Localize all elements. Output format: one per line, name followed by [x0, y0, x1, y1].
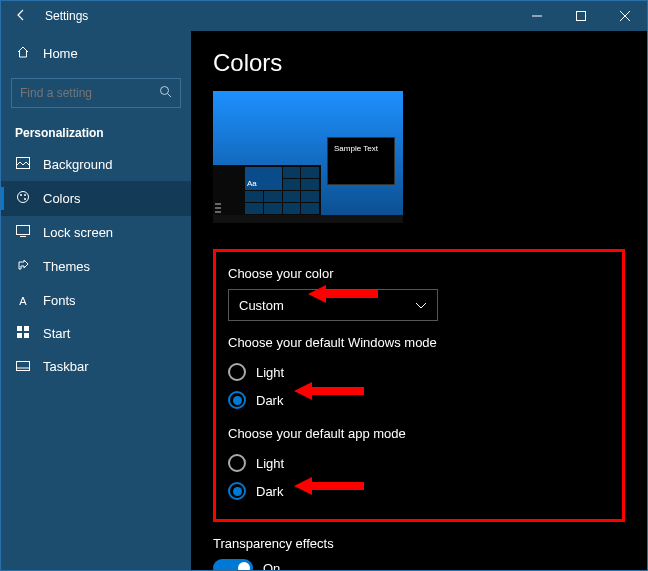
svg-marker-17 [308, 285, 378, 303]
nav-label: Start [43, 326, 70, 341]
start-icon [15, 326, 31, 341]
transparency-toggle-row: On [213, 559, 625, 570]
nav-label: Fonts [43, 293, 76, 308]
nav-label: Colors [43, 191, 81, 206]
annotation-arrow [308, 282, 378, 306]
svg-rect-12 [24, 326, 29, 331]
search-icon [159, 85, 172, 101]
back-button[interactable] [1, 8, 41, 25]
app-mode-group: Light Dark [228, 449, 610, 505]
content-area: Colors Sample Text Aa Choose your color … [191, 31, 647, 570]
app-mode-label: Choose your default app mode [228, 426, 610, 441]
taskbar-icon [15, 359, 31, 374]
windows-mode-label: Choose your default Windows mode [228, 335, 610, 350]
nav-background[interactable]: Background [1, 148, 191, 181]
svg-point-7 [24, 194, 26, 196]
nav-label: Taskbar [43, 359, 89, 374]
radio-icon [228, 391, 246, 409]
svg-rect-15 [17, 362, 30, 371]
nav-lockscreen[interactable]: Lock screen [1, 216, 191, 249]
transparency-toggle[interactable] [213, 559, 253, 570]
svg-rect-14 [24, 333, 29, 338]
choose-color-label: Choose your color [228, 266, 610, 281]
desktop-preview: Sample Text Aa [213, 91, 403, 223]
settings-window: Settings Home Personalization Background… [0, 0, 648, 571]
dropdown-value: Custom [239, 298, 284, 313]
svg-rect-11 [17, 326, 22, 331]
windows-mode-dark[interactable]: Dark [228, 386, 610, 414]
maximize-button[interactable] [559, 1, 603, 31]
chevron-down-icon [415, 298, 427, 313]
app-mode-light[interactable]: Light [228, 449, 610, 477]
nav-themes[interactable]: Themes [1, 249, 191, 284]
search-box[interactable] [11, 78, 181, 108]
radio-icon [228, 454, 246, 472]
nav-label: Background [43, 157, 112, 172]
windows-mode-group: Light Dark [228, 358, 610, 414]
nav-colors[interactable]: Colors [1, 181, 191, 216]
nav-start[interactable]: Start [1, 317, 191, 350]
minimize-button[interactable] [515, 1, 559, 31]
svg-point-2 [161, 87, 169, 95]
titlebar: Settings [1, 1, 647, 31]
svg-rect-1 [577, 12, 586, 21]
home-nav[interactable]: Home [1, 37, 191, 70]
fonts-icon: A [15, 295, 31, 307]
nav-label: Lock screen [43, 225, 113, 240]
home-label: Home [43, 46, 78, 61]
home-icon [15, 45, 31, 62]
lockscreen-icon [15, 225, 31, 240]
close-button[interactable] [603, 1, 647, 31]
preview-taskbar [213, 215, 403, 223]
preview-tile-aa: Aa [245, 167, 282, 190]
nav-fonts[interactable]: AFonts [1, 284, 191, 317]
svg-marker-18 [294, 382, 364, 400]
toggle-value: On [263, 561, 280, 571]
nav-taskbar[interactable]: Taskbar [1, 350, 191, 383]
app-mode-dark[interactable]: Dark [228, 477, 610, 505]
nav-label: Themes [43, 259, 90, 274]
annotation-arrow [294, 474, 364, 498]
svg-point-8 [24, 198, 26, 200]
radio-icon [228, 482, 246, 500]
window-title: Settings [41, 9, 515, 23]
svg-point-5 [18, 192, 29, 203]
svg-rect-13 [17, 333, 22, 338]
search-input[interactable] [20, 86, 150, 100]
preview-start-menu: Aa [213, 165, 321, 215]
preview-window: Sample Text [327, 137, 395, 185]
section-label: Personalization [1, 116, 191, 148]
palette-icon [15, 190, 31, 207]
radio-icon [228, 363, 246, 381]
page-title: Colors [213, 49, 625, 77]
svg-line-3 [168, 94, 172, 98]
picture-icon [15, 157, 31, 172]
svg-point-6 [20, 194, 22, 196]
annotation-arrow [294, 379, 364, 403]
sidebar: Home Personalization Background Colors L… [1, 31, 191, 570]
svg-marker-19 [294, 477, 364, 495]
themes-icon [15, 258, 31, 275]
transparency-label: Transparency effects [213, 536, 625, 551]
svg-rect-9 [17, 226, 30, 235]
windows-mode-light[interactable]: Light [228, 358, 610, 386]
annotation-highlight: Choose your color Custom Choose your def… [213, 249, 625, 522]
